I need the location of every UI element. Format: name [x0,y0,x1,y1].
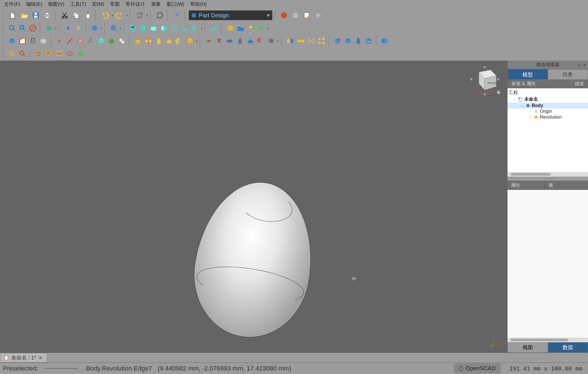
pad-button[interactable] [133,36,143,46]
view-right-button[interactable] [159,23,169,33]
view-front-button[interactable] [138,23,148,33]
document-tab[interactable]: 未命名 : 1* ✕ [0,353,47,362]
save-button[interactable] [30,10,42,21]
measure-angular-button[interactable] [17,48,28,59]
menu-tools[interactable]: 工具(T) [67,0,89,9]
draw-style-button[interactable] [44,23,54,33]
datum-line-button[interactable] [65,36,75,46]
menu-window[interactable]: 窗口(W) [164,0,187,9]
navigation-style-button[interactable]: OpenSCAD [454,364,501,373]
menu-macro[interactable]: 宏(M) [89,0,107,9]
zoom-disable-button[interactable] [28,23,38,33]
link-actions-button[interactable] [256,23,267,33]
menu-partdesign[interactable]: 零件设计 [123,0,148,9]
sub-sweep-button[interactable] [245,36,256,46]
measure-button[interactable] [209,23,219,33]
undo-dropdown[interactable]: ▾ [111,14,114,17]
sub-helix-button[interactable] [256,36,266,46]
macro-edit-button[interactable] [301,10,313,21]
panel-splitter[interactable]: ------ [508,177,588,181]
workbench-selector[interactable]: Part Design ▾ [189,10,272,20]
draw-style-dropdown[interactable]: ▾ [54,27,57,30]
view-dropdown[interactable]: ▾ [200,27,203,30]
expander-icon[interactable]: › [528,109,532,113]
hole-button[interactable] [214,36,224,46]
edit-sketch-button[interactable] [28,36,38,46]
group-button[interactable] [235,23,246,33]
whats-this-button[interactable]: ? [171,10,183,21]
tree-body[interactable]: ⌄ Body [508,103,588,109]
subtractive-primitive-dropdown[interactable]: ▾ [276,40,279,43]
nav-back-button[interactable] [63,23,73,33]
datum-plane-button[interactable] [75,36,85,46]
zoom-selection-button[interactable] [17,23,28,33]
menu-view[interactable]: 视图(V) [45,0,67,9]
linear-pattern-button[interactable] [295,36,306,46]
macro-play-button[interactable] [313,10,324,21]
create-sketch-button[interactable] [17,36,28,46]
property-col-name[interactable]: 属性 [508,181,545,190]
menu-sketch[interactable]: 草图 [107,0,123,9]
expander-icon[interactable]: › [528,115,532,119]
polar-pattern-button[interactable] [306,36,316,46]
model-tree[interactable]: 工程 ⌄ 未命名 ⌄ Body › Origin › Revolution [508,88,588,172]
nav-forward-button[interactable] [73,23,84,33]
revolution-solid[interactable] [196,182,312,338]
subshapebinder-button[interactable] [106,36,117,46]
link-view-dropdown[interactable]: ▾ [100,27,103,30]
multi-transform-button[interactable] [316,36,327,46]
thickness-button[interactable] [364,36,374,46]
tab-view[interactable]: 视图 [508,342,548,353]
panel-close-icon[interactable]: ✕ [583,63,586,67]
view-rear-button[interactable] [169,23,179,33]
measure-linear-button[interactable] [7,48,17,59]
measure-refresh-button[interactable] [33,48,44,59]
copy-button[interactable] [70,10,82,21]
tab-data[interactable]: 数据 [548,342,588,353]
sub-loft-button[interactable] [235,36,245,46]
cut-button[interactable] [59,10,70,21]
link-actions-dropdown[interactable]: ▾ [267,27,269,30]
tab-model[interactable]: 模型 [508,69,548,80]
refresh-dropdown[interactable]: ▾ [145,14,148,17]
zoom-fit-button[interactable] [7,23,17,33]
shapebinder-button[interactable] [96,36,106,46]
print-button[interactable] [42,10,53,21]
zoom-in-button[interactable] [108,23,119,33]
tree-header-desc[interactable]: 描述 [571,80,588,88]
loft-button[interactable] [153,36,164,46]
new-file-button[interactable] [7,10,18,21]
expander-icon[interactable]: ⌄ [513,98,517,102]
paste-button[interactable] [82,10,93,21]
redo-dropdown[interactable]: ▾ [125,14,128,17]
property-body[interactable] [508,190,588,338]
pocket-button[interactable] [204,36,214,46]
measure-toggle-3d-button[interactable] [65,48,75,59]
measure-toggle-all-button[interactable] [54,48,65,59]
datum-point-button[interactable] [54,36,65,46]
datum-cs-button[interactable] [85,36,96,46]
view-left-button[interactable] [190,23,200,33]
chamfer-button[interactable] [343,36,353,46]
clone-button[interactable] [117,36,127,46]
create-body-button[interactable] [7,36,17,46]
menu-file[interactable]: 文件(F) [1,0,23,9]
menu-edit[interactable]: 编辑(E) [23,0,45,9]
tree-hscroll[interactable] [508,172,588,177]
expander-icon[interactable]: ⌄ [520,104,524,108]
boolean-button[interactable] [380,36,390,46]
refresh-button[interactable] [134,10,145,21]
tree-document[interactable]: ⌄ 未命名 [508,96,588,103]
mirror-button[interactable] [285,36,295,46]
additive-primitive-button[interactable] [185,36,195,46]
view-top-button[interactable] [148,23,159,33]
navigation-cube[interactable]: FRONT [467,63,502,98]
redo-button[interactable] [114,10,125,21]
helix-button[interactable] [174,36,185,46]
property-col-value[interactable]: 值 [545,181,557,190]
measure-toggle-delta-button[interactable] [75,48,85,59]
tree-origin[interactable]: › Origin [508,109,588,114]
undo-button[interactable] [99,10,111,21]
macro-record-button[interactable] [278,10,290,21]
open-file-button[interactable] [18,10,30,21]
